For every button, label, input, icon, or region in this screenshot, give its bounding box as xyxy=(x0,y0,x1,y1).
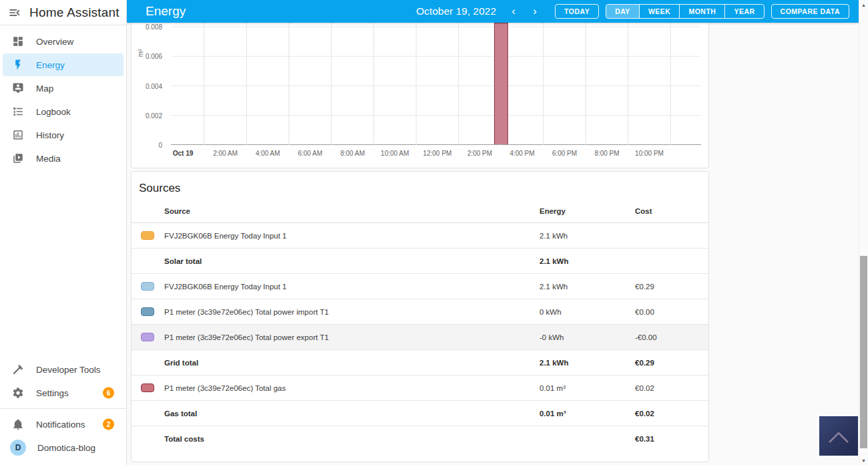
y-tick-label: 0.002 xyxy=(133,112,162,119)
sidebar-item-overview[interactable]: Overview xyxy=(3,30,124,53)
series-color-swatch xyxy=(141,333,154,341)
cost-cell: €0.29 xyxy=(635,359,708,367)
x-tick-label: 6:00 AM xyxy=(287,150,334,157)
x-tick-label: 2:00 AM xyxy=(202,150,249,157)
sidebar-item-logbook[interactable]: Logbook xyxy=(3,100,124,123)
previous-day-button[interactable]: ‹ xyxy=(503,3,524,19)
series-color-swatch xyxy=(141,231,154,240)
hammer-icon xyxy=(8,363,28,375)
series-color-swatch xyxy=(141,282,154,291)
source-cell: Solar total xyxy=(164,257,539,265)
energy-cell: 2.1 kWh xyxy=(539,257,635,265)
sidebar-item-settings[interactable]: Settings 6 xyxy=(3,381,124,404)
source-cell: P1 meter (3c39e72e06ec) Total power expo… xyxy=(164,333,539,341)
sidebar-header: Home Assistant xyxy=(0,0,126,25)
sidebar-bottom: Developer Tools Settings 6 Notifications… xyxy=(0,357,126,460)
x-tick-label: Oct 19 xyxy=(160,150,206,157)
next-day-button[interactable]: › xyxy=(524,3,546,19)
period-button-group: DAY WEEK MONTH YEAR xyxy=(606,4,764,19)
lightning-bolt-icon xyxy=(8,59,28,71)
energy-cell: 2.1 kWh xyxy=(539,283,635,291)
chart-box-icon xyxy=(8,129,28,141)
settings-badge: 6 xyxy=(103,388,114,399)
sources-heading: Sources xyxy=(132,172,708,199)
app-title: Home Assistant xyxy=(29,5,120,20)
today-button[interactable]: TODAY xyxy=(555,4,599,19)
table-row: P1 meter (3c39e72e06ec) Total power expo… xyxy=(132,325,708,350)
sidebar-item-profile[interactable]: D Domotica-blog xyxy=(3,436,124,459)
source-cell: Gas total xyxy=(164,410,539,418)
sidebar-item-notifications[interactable]: Notifications 2 xyxy=(3,413,124,436)
energy-cell: 0.01 m³ xyxy=(539,410,635,418)
sidebar-item-media[interactable]: Media xyxy=(3,147,124,170)
scroll-to-top-button[interactable] xyxy=(819,416,858,456)
series-color-swatch xyxy=(141,307,154,316)
y-tick-label: 0.008 xyxy=(133,23,162,31)
cost-cell: €0.02 xyxy=(635,384,708,392)
column-header-source: Source xyxy=(164,207,539,215)
table-row: P1 meter (3c39e72e06ec) Total power impo… xyxy=(132,299,708,325)
table-row: FVJ2BGK06B Energy Today Input 12.1 kWh€0… xyxy=(132,274,708,299)
source-cell: FVJ2BGK06B Energy Today Input 1 xyxy=(164,232,539,240)
notifications-badge: 2 xyxy=(103,419,114,430)
period-year-button[interactable]: YEAR xyxy=(725,5,763,18)
cost-cell: €0.00 xyxy=(635,308,708,316)
sidebar-item-history[interactable]: History xyxy=(3,124,124,146)
x-tick-label: 8:00 AM xyxy=(329,150,376,157)
compare-data-button[interactable]: COMPARE DATA xyxy=(771,4,849,19)
sidebar-item-developer-tools[interactable]: Developer Tools xyxy=(3,358,124,381)
bell-icon xyxy=(8,418,28,430)
header-controls: October 19, 2022 ‹ › TODAY DAY WEEK MONT… xyxy=(416,3,849,19)
sidebar: Home Assistant Overview Energy Map Logbo… xyxy=(0,0,127,465)
energy-cell: 2.1 kWh xyxy=(539,232,635,240)
chart-x-axis: Oct 192:00 AM4:00 AM6:00 AM8:00 AM10:00 … xyxy=(171,150,701,163)
column-header-cost: Cost xyxy=(635,207,708,215)
sidebar-item-map[interactable]: Map xyxy=(3,77,124,100)
sources-table-header: Source Energy Cost xyxy=(132,199,708,223)
scrollbar-thumb[interactable] xyxy=(860,256,867,448)
cost-cell: €0.02 xyxy=(635,410,708,418)
y-tick-label: 0 xyxy=(133,142,162,149)
scrollbar-down-arrow[interactable]: ▼ xyxy=(859,456,868,465)
chart-y-axis-unit: m³ xyxy=(137,49,144,57)
cost-cell: €0.31 xyxy=(635,435,708,443)
gas-consumption-chart-card: 00.0020.0040.0060.008 m³ Oct 192:00 AM4:… xyxy=(131,23,709,168)
app-header: Energy October 19, 2022 ‹ › TODAY DAY WE… xyxy=(127,0,859,23)
table-row: FVJ2BGK06B Energy Today Input 12.1 kWh xyxy=(132,223,708,249)
chevron-up-icon xyxy=(825,428,852,445)
menu-open-icon[interactable] xyxy=(0,6,29,19)
x-tick-label: 10:00 PM xyxy=(626,150,673,157)
energy-cell: 0 kWh xyxy=(539,308,635,316)
source-cell: FVJ2BGK06B Energy Today Input 1 xyxy=(164,283,539,291)
sources-table-body: FVJ2BGK06B Energy Today Input 12.1 kWhSo… xyxy=(132,223,708,452)
chart-plot-area xyxy=(171,23,701,145)
table-row: P1 meter (3c39e72e06ec) Total gas0.01 m³… xyxy=(132,375,708,401)
column-header-energy: Energy xyxy=(539,207,635,215)
media-play-icon xyxy=(8,152,28,164)
sidebar-divider xyxy=(0,408,126,409)
y-tick-label: 0.004 xyxy=(133,82,162,90)
sidebar-item-energy[interactable]: Energy xyxy=(3,53,124,76)
energy-cell: -0 kWh xyxy=(539,333,635,341)
page-title: Energy xyxy=(146,4,186,19)
dashboard-icon xyxy=(8,35,28,47)
period-month-button[interactable]: MONTH xyxy=(680,5,725,18)
main-content: 00.0020.0040.0060.008 m³ Oct 192:00 AM4:… xyxy=(127,23,859,465)
scrollbar-up-arrow[interactable]: ▲ xyxy=(859,0,868,9)
sidebar-nav: Overview Energy Map Logbook History Medi… xyxy=(0,25,126,170)
sources-card: Sources Source Energy Cost FVJ2BGK06B En… xyxy=(131,171,709,462)
current-date-label: October 19, 2022 xyxy=(416,5,496,17)
source-cell: P1 meter (3c39e72e06ec) Total power impo… xyxy=(164,308,539,316)
x-tick-label: 4:00 AM xyxy=(244,150,291,157)
period-week-button[interactable]: WEEK xyxy=(640,5,680,18)
logbook-list-icon xyxy=(8,106,28,118)
chart-gridlines xyxy=(171,23,701,145)
x-tick-label: 12:00 PM xyxy=(414,150,461,157)
cost-cell: €0.29 xyxy=(635,283,708,291)
gear-icon xyxy=(8,387,28,399)
gas-bar[interactable] xyxy=(494,23,508,144)
energy-cell: 2.1 kWh xyxy=(539,359,635,367)
table-row: Total costs€0.31 xyxy=(132,426,708,452)
period-day-button[interactable]: DAY xyxy=(606,5,640,18)
x-tick-label: 6:00 PM xyxy=(541,150,588,157)
